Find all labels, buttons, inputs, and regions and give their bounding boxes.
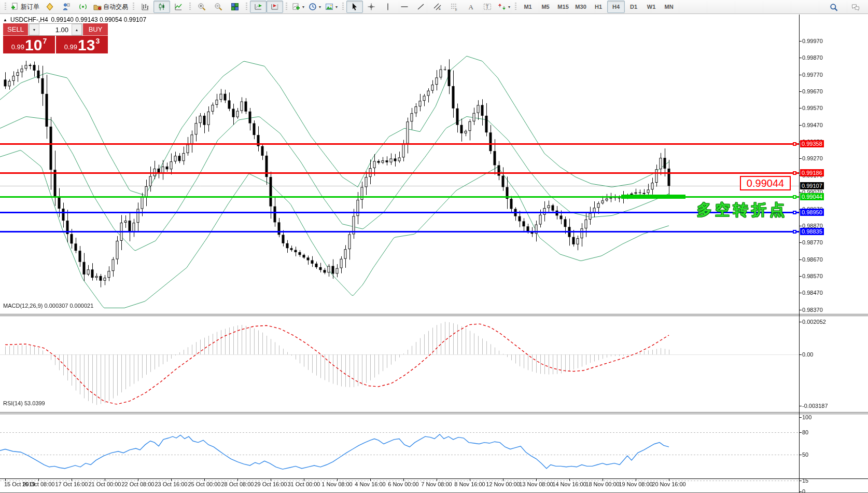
toolbar-right	[825, 1, 864, 13]
search-button[interactable]	[825, 1, 842, 13]
new-order-button[interactable]: 新订单	[9, 1, 41, 13]
chat-button[interactable]	[847, 1, 864, 13]
cursor-icon	[351, 3, 359, 11]
templates-button[interactable]: ▾	[323, 1, 340, 13]
toolbar-group-trade: 新订单自动交易	[2, 0, 130, 14]
svg-text:F: F	[455, 8, 457, 11]
tf-h4-button[interactable]: H4	[607, 1, 625, 13]
new-chart-button[interactable]: ▾	[290, 1, 306, 13]
tf-w1-button[interactable]: W1	[642, 1, 660, 13]
chart-shift-button[interactable]	[267, 1, 283, 13]
volume-stepper: ▼ 1.00 ▲	[29, 23, 82, 36]
one-click-trading-panel: SELL ▼ 1.00 ▲ BUY 0.99 10 7 0.99	[3, 23, 108, 53]
bar-chart-icon	[141, 3, 149, 11]
crosshair-icon	[367, 3, 375, 11]
tf-m5-button[interactable]: M5	[537, 1, 554, 13]
sell-price-sup: 7	[43, 37, 47, 45]
chevron-down-icon[interactable]: ▾	[319, 5, 321, 9]
navigator-button[interactable]	[58, 1, 75, 13]
toolbar-group-timeframes: M1M5M15M30H1H4D1W1MN	[512, 0, 678, 14]
candlestick-button[interactable]	[153, 1, 170, 13]
new-chart-icon	[292, 3, 300, 11]
volume-input[interactable]: 1.00	[39, 24, 72, 35]
market-watch-button[interactable]	[41, 1, 58, 13]
tf-h1-button[interactable]: H1	[590, 1, 607, 13]
text-button[interactable]: A	[463, 1, 479, 13]
vertical-line-button[interactable]	[380, 1, 396, 13]
autotrading-icon	[93, 3, 102, 11]
navigator-icon	[62, 3, 71, 11]
chevron-down-icon[interactable]: ▾	[508, 5, 510, 9]
chart-shift-icon	[271, 3, 279, 11]
chevron-down-icon[interactable]: ▾	[302, 5, 304, 9]
zoom-out-button[interactable]	[210, 1, 227, 13]
zoom-in-button[interactable]	[193, 1, 210, 13]
tf-m30-button[interactable]: M30	[572, 1, 590, 13]
chart-area[interactable]: ▲ USDCHF-,H4 0.99140 0.99143 0.99054 0.9…	[0, 15, 868, 493]
periods-button[interactable]: ▾	[306, 1, 323, 13]
buy-price[interactable]: 0.99 13 3	[56, 36, 108, 53]
chevron-down-icon[interactable]: ▾	[335, 5, 338, 9]
bar-chart-button[interactable]	[137, 1, 153, 13]
toolbar-group-drawing: EFAT▾	[340, 0, 512, 14]
fibonacci-icon: F	[450, 3, 458, 11]
toolbar-grip	[342, 3, 344, 11]
sell-price-small: 0.99	[11, 43, 24, 51]
fibonacci-button[interactable]: F	[446, 1, 463, 13]
tile-windows-button[interactable]	[227, 1, 243, 13]
horizontal-line-button[interactable]	[396, 1, 413, 13]
buy-button[interactable]: BUY	[83, 23, 108, 36]
tf-h4-button-label: H4	[612, 4, 620, 10]
svg-text:E: E	[439, 7, 441, 10]
toolbar-grip	[286, 3, 287, 11]
price-callout-box[interactable]: 0.99044	[740, 176, 791, 190]
sell-price[interactable]: 0.99 10 7	[3, 36, 55, 53]
horizontal-line-icon	[400, 3, 409, 11]
line-chart-button[interactable]	[170, 1, 187, 13]
crosshair-button[interactable]	[363, 1, 380, 13]
toolbar-group-chart-type	[130, 0, 187, 14]
svg-text:A: A	[469, 3, 474, 11]
toolbar-grip	[246, 3, 247, 11]
tf-h1-button-label: H1	[595, 4, 602, 10]
new-order-icon	[11, 3, 19, 11]
volume-increase-button[interactable]: ▲	[72, 24, 82, 35]
channel-button[interactable]: E	[429, 1, 446, 13]
toolbar-grip	[189, 3, 191, 11]
cursor-button[interactable]	[346, 1, 363, 13]
price-callout-text: 0.99044	[747, 177, 784, 189]
tf-d1-button[interactable]: D1	[625, 1, 642, 13]
text-label-button[interactable]: T	[479, 1, 496, 13]
buy-price-sup: 3	[95, 37, 100, 45]
tf-mn-button[interactable]: MN	[660, 1, 678, 13]
clock-icon	[309, 3, 317, 11]
tf-d1-button-label: D1	[630, 4, 637, 10]
signals-button[interactable]	[75, 1, 91, 13]
autotrading-button[interactable]: 自动交易	[91, 1, 130, 13]
arrows-icon	[498, 3, 506, 11]
tf-m30-button-label: M30	[575, 4, 586, 10]
tf-m5-button-label: M5	[541, 4, 549, 10]
arrows-button[interactable]: ▾	[496, 1, 512, 13]
toolbar-group-zoom	[187, 0, 243, 14]
tf-m1-button[interactable]: M1	[519, 1, 537, 13]
tf-mn-button-label: MN	[665, 4, 674, 10]
trendline-button[interactable]	[413, 1, 429, 13]
zoom-in-icon	[198, 3, 206, 11]
tf-m15-button-label: M15	[557, 4, 568, 10]
new-order-button-label: 新订单	[21, 3, 39, 11]
buy-price-small: 0.99	[64, 43, 77, 51]
toolbar-group-scroll	[243, 0, 283, 14]
mt4-window: 新订单自动交易▾▾▾EFAT▾M1M5M15M30H1H4D1W1MN ▲ US…	[0, 0, 868, 493]
tile-windows-icon	[231, 3, 239, 11]
tf-w1-button-label: W1	[647, 4, 656, 10]
template-icon	[325, 3, 333, 11]
svg-text:T: T	[486, 4, 489, 10]
toolbar-grip	[133, 3, 134, 11]
sell-button[interactable]: SELL	[3, 23, 28, 36]
volume-decrease-button[interactable]: ▼	[29, 24, 39, 35]
tf-m15-button[interactable]: M15	[554, 1, 572, 13]
chart-canvas[interactable]	[0, 15, 868, 493]
auto-scroll-button[interactable]	[250, 1, 267, 13]
auto-scroll-icon	[254, 3, 262, 11]
